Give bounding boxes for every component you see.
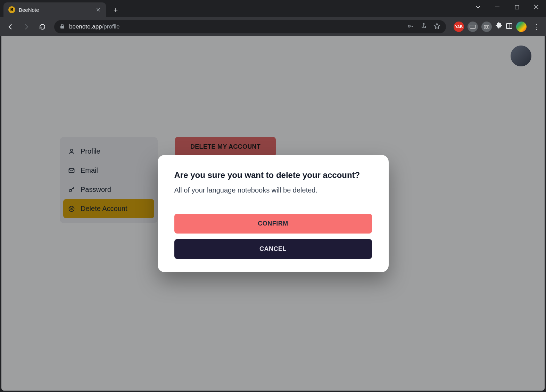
browser-tab[interactable]: B BeeNote ✕ — [3, 2, 106, 17]
forward-button[interactable] — [19, 20, 33, 34]
svg-rect-5 — [470, 25, 475, 28]
extension-icons: YAB ⋮ — [454, 22, 543, 32]
new-tab-button[interactable]: ＋ — [109, 3, 122, 16]
extensions-icon[interactable] — [495, 22, 502, 31]
address-bar[interactable]: beenote.app/profile — [54, 20, 446, 33]
expand-tabs-icon[interactable] — [468, 0, 488, 14]
url-text: beenote.app/profile — [69, 23, 120, 30]
window-controls — [468, 0, 546, 14]
star-icon[interactable] — [433, 23, 440, 31]
lock-icon — [60, 24, 65, 30]
url-domain: beenote.app — [69, 23, 102, 30]
share-icon[interactable] — [420, 23, 427, 31]
minimize-icon[interactable] — [488, 0, 507, 14]
modal-body: All of your language notebooks will be d… — [174, 186, 372, 194]
browser-menu-icon[interactable]: ⋮ — [530, 23, 543, 31]
url-path: /profile — [102, 23, 120, 30]
svg-point-10 — [486, 26, 488, 28]
modal-overlay[interactable]: Are you sure you want to delete your acc… — [1, 36, 545, 391]
svg-rect-11 — [506, 24, 512, 28]
browser-toolbar: beenote.app/profile YAB ⋮ — [0, 17, 546, 36]
close-window-icon[interactable] — [527, 0, 546, 14]
browser-chrome: B BeeNote ✕ ＋ beenote.app/profile — [0, 0, 546, 36]
favicon-icon: B — [8, 6, 15, 13]
confirm-delete-modal: Are you sure you want to delete your acc… — [158, 155, 389, 272]
extension-camera-icon[interactable] — [481, 22, 492, 32]
confirm-button[interactable]: CONFIRM — [174, 214, 372, 234]
back-button[interactable] — [3, 20, 17, 34]
profile-avatar-icon[interactable] — [516, 22, 527, 32]
svg-rect-1 — [515, 5, 519, 9]
reload-button[interactable] — [35, 20, 49, 34]
close-tab-icon[interactable]: ✕ — [95, 7, 101, 13]
cancel-button[interactable]: CANCEL — [174, 239, 372, 259]
tab-title: BeeNote — [19, 7, 39, 13]
extension-keyboard-icon[interactable] — [468, 22, 478, 32]
extension-yab-icon[interactable]: YAB — [454, 22, 464, 32]
svg-point-4 — [408, 25, 410, 27]
address-bar-icons — [407, 23, 440, 31]
maximize-icon[interactable] — [507, 0, 527, 14]
tab-bar: B BeeNote ✕ ＋ — [0, 0, 546, 17]
side-panel-icon[interactable] — [506, 23, 513, 31]
modal-title: Are you sure you want to delete your acc… — [174, 170, 372, 180]
key-icon[interactable] — [407, 23, 414, 31]
page-content: Profile Email Password Delete Account DE… — [1, 36, 545, 391]
